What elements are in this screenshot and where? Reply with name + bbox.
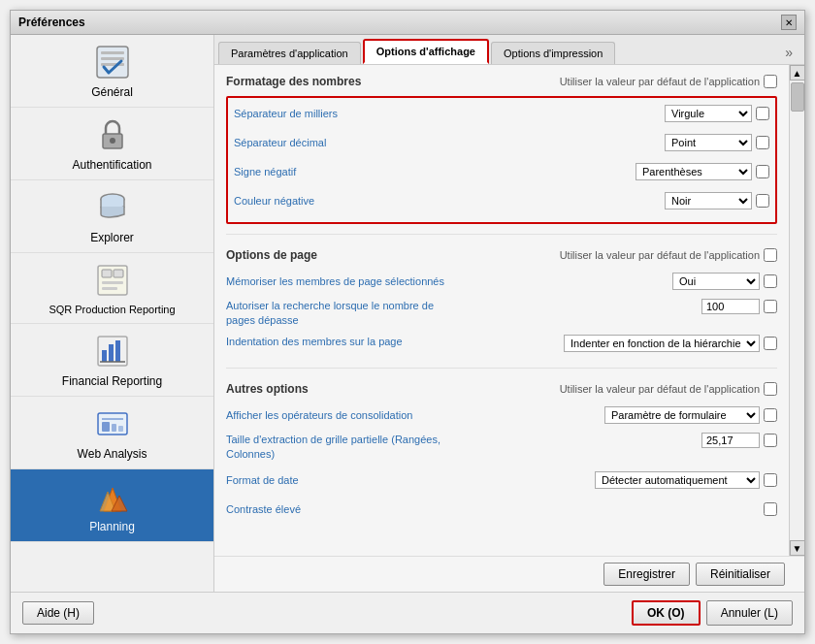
tab-more-button[interactable]: » [777, 41, 800, 64]
section-options-page-default-checkbox[interactable] [764, 248, 777, 262]
ctrl-separateur-decimal: Point Virgule [457, 134, 769, 151]
sidebar-item-sqr[interactable]: SQR Production Reporting [11, 253, 213, 324]
scroll-up-button[interactable]: ▲ [790, 65, 805, 80]
vertical-scrollbar[interactable]: ▲ ▼ [789, 65, 804, 556]
section-formatage-default: Utiliser la valeur par défaut de l'appli… [560, 76, 760, 87]
svg-rect-13 [102, 350, 107, 362]
sidebar-item-authentification[interactable]: Authentification [11, 108, 213, 180]
select-separateur-milliers[interactable]: Virgule Point [665, 105, 752, 122]
footer-right: OK (O) Annuler (L) [632, 600, 793, 626]
select-indentation[interactable]: Indenter en fonction de la hiérarchie [564, 335, 760, 352]
enregistrer-button[interactable]: Enregistrer [603, 563, 690, 586]
row-taille-extraction: Taille d'extraction de grille partielle … [226, 433, 777, 463]
section-autres-options-default: Utiliser la valeur par défaut de l'appli… [560, 383, 760, 395]
scroll-down-button[interactable]: ▼ [790, 540, 805, 556]
footer-left: Aide (H) [22, 601, 94, 625]
section-autres-options-default-checkbox[interactable] [764, 382, 777, 396]
content-scroll-wrapper: Formatage des nombres Utiliser la valeur… [214, 65, 804, 556]
input-taille-extraction[interactable] [701, 433, 760, 448]
aide-button[interactable]: Aide (H) [22, 601, 94, 625]
section-formatage: Formatage des nombres Utiliser la valeur… [226, 75, 777, 235]
row-format-date: Format de date Détecter automatiquement [226, 468, 777, 492]
checkbox-signe-negatif[interactable] [756, 165, 769, 178]
label-autoriser: Autoriser la recherche lorsque le nombre… [226, 299, 449, 329]
checkbox-indentation[interactable] [764, 337, 777, 350]
checkbox-format-date[interactable] [764, 473, 777, 487]
section-formatage-title: Formatage des nombres [226, 75, 361, 88]
checkbox-autoriser[interactable] [764, 300, 777, 313]
sidebar-label-explorer: Explorer [90, 231, 134, 244]
svg-rect-21 [118, 426, 123, 432]
section-options-page-header: Options de page Utiliser la valeur par d… [226, 248, 777, 262]
sidebar-label-sqr: SQR Production Reporting [49, 304, 175, 315]
row-memoriser: Mémoriser les membres de page sélectionn… [226, 270, 777, 293]
sidebar-item-webanalysis[interactable]: Web Analysis [11, 397, 213, 469]
label-separateur-milliers: Séparateur de milliers [234, 108, 457, 119]
svg-rect-0 [97, 47, 128, 78]
row-contraste-eleve: Contraste élevé [226, 498, 777, 521]
sidebar-item-explorer[interactable]: Explorer [11, 180, 213, 253]
checkbox-afficher-operateurs[interactable] [764, 408, 777, 422]
close-button[interactable]: ✕ [781, 15, 797, 30]
ok-button[interactable]: OK (O) [632, 600, 701, 626]
label-taille-extraction: Taille d'extraction de grille partielle … [226, 433, 449, 463]
svg-rect-14 [109, 344, 114, 362]
section-formatage-header: Formatage des nombres Utiliser la valeur… [226, 75, 777, 88]
checkbox-taille-extraction[interactable] [764, 434, 777, 447]
row-indentation: Indentation des membres sur la page Inde… [226, 335, 777, 352]
sidebar-item-planning[interactable]: Planning [11, 469, 213, 542]
select-couleur-negative[interactable]: Noir Rouge [665, 192, 752, 209]
input-autoriser[interactable] [701, 299, 760, 314]
formatage-highlighted: Séparateur de milliers Virgule Point [226, 96, 777, 224]
cancel-button[interactable]: Annuler (L) [706, 600, 793, 626]
select-format-date[interactable]: Détecter automatiquement [595, 471, 760, 489]
row-signe-negatif: Signe négatif Parenthèses Moins [234, 160, 769, 183]
select-memoriser[interactable]: Oui Non [672, 273, 760, 290]
sidebar-label-financial: Financial Reporting [62, 374, 162, 388]
check-icon [93, 43, 132, 81]
select-separateur-decimal[interactable]: Point Virgule [665, 134, 752, 151]
select-afficher-operateurs[interactable]: Paramètre de formulaire [604, 406, 760, 424]
content-inner: Formatage des nombres Utiliser la valeur… [214, 65, 789, 556]
ctrl-separateur-milliers: Virgule Point [457, 105, 769, 122]
select-signe-negatif[interactable]: Parenthèses Moins [636, 163, 752, 180]
checkbox-couleur-negative[interactable] [756, 194, 769, 208]
row-afficher-operateurs: Afficher les opérateurs de consolidation… [226, 403, 777, 427]
svg-rect-2 [101, 57, 124, 60]
ctrl-autoriser [449, 299, 777, 314]
svg-rect-15 [115, 340, 120, 362]
section-autres-options-title: Autres options [226, 382, 309, 396]
svg-rect-19 [102, 422, 110, 432]
label-afficher-operateurs: Afficher les opérateurs de consolidation [226, 409, 459, 421]
planning-icon [93, 477, 132, 516]
checkbox-memoriser[interactable] [764, 274, 777, 288]
ctrl-couleur-negative: Noir Rouge [457, 192, 769, 209]
sidebar-item-financial[interactable]: Financial Reporting [11, 324, 213, 397]
sidebar-label-planning: Planning [89, 520, 135, 533]
tab-options-affichage[interactable]: Options d'affichage [363, 39, 489, 64]
title-bar: Préférences ✕ [11, 11, 804, 35]
label-indentation: Indentation des membres sur la page [226, 335, 449, 349]
checkbox-separateur-milliers[interactable] [756, 107, 769, 120]
tab-parametres[interactable]: Paramètres d'application [218, 42, 361, 64]
label-separateur-decimal: Séparateur décimal [234, 137, 457, 148]
svg-point-5 [110, 138, 115, 144]
row-separateur-milliers: Séparateur de milliers Virgule Point [234, 102, 769, 125]
section-formatage-default-checkbox[interactable] [764, 75, 777, 88]
dialog-title: Préférences [18, 16, 85, 29]
sidebar-item-general[interactable]: Général [11, 35, 213, 108]
sidebar-label-webanalysis: Web Analysis [78, 447, 147, 461]
sidebar-label-general: Général [91, 85, 133, 99]
svg-rect-8 [102, 270, 112, 277]
svg-rect-11 [102, 287, 117, 290]
tab-options-impression[interactable]: Options d'impression [491, 42, 615, 64]
svg-rect-9 [114, 270, 123, 277]
section-options-page-title: Options de page [226, 248, 317, 262]
label-couleur-negative: Couleur négative [234, 195, 457, 207]
sidebar: Général Authentification [11, 35, 214, 592]
checkbox-contraste-eleve[interactable] [764, 502, 777, 516]
reinitialiser-button[interactable]: Réinitialiser [696, 563, 785, 586]
checkbox-separateur-decimal[interactable] [756, 136, 769, 149]
scroll-thumb[interactable] [791, 82, 804, 112]
ctrl-memoriser: Oui Non [459, 273, 777, 290]
